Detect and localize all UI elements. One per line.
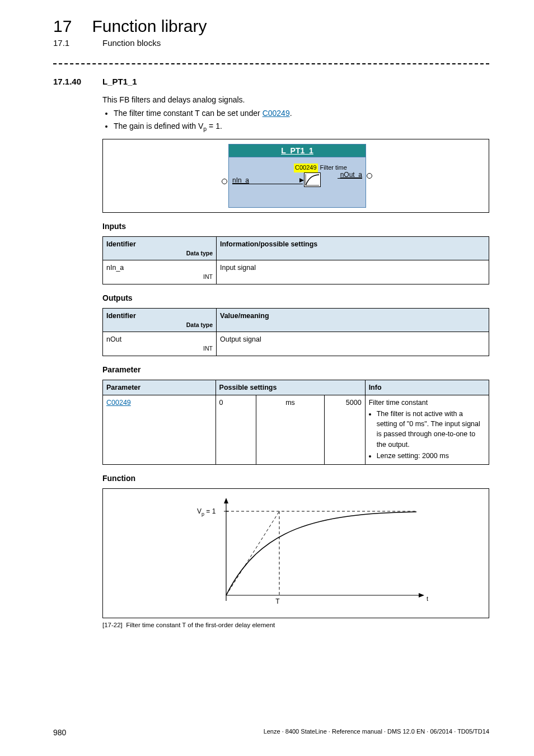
param-col-ps: Possible settings — [216, 380, 365, 395]
inputs-heading: Inputs — [102, 221, 489, 232]
function-block-rect: L_PT1_1 nIn_a C00249 Filter time nOut_a — [228, 144, 366, 208]
section-number: 17.1.40 — [53, 77, 85, 86]
param-info-cell: Filter time constant The filter is not a… — [365, 395, 489, 465]
pt1-graph-icon: Vp = 1 T t — [193, 494, 433, 612]
subchapter-title: Function blocks — [102, 38, 161, 48]
chapter-title: Function library — [92, 17, 207, 36]
param-col-info: Info — [365, 380, 489, 395]
intro-bullet-2: The gain is defined with Vp = 1. — [114, 120, 489, 133]
param-info-title: Filter time constant — [369, 399, 428, 407]
section-header: 17.1.40 L_PT1_1 — [53, 77, 489, 86]
param-info-b2: Lenze setting: 2000 ms — [377, 451, 485, 461]
subchapter-header: 17.1 Function blocks — [53, 38, 489, 48]
footer-text: Lenze · 8400 StateLine · Reference manua… — [264, 728, 489, 737]
svg-text:Vp = 1: Vp = 1 — [197, 507, 216, 517]
output-id: nOut — [106, 335, 121, 343]
intro-list: The filter time constant T can be set un… — [102, 108, 489, 133]
input-dt: INT — [106, 273, 213, 281]
intro-bullet-1: The filter time constant T can be set un… — [114, 108, 489, 119]
outputs-col-info: Value/meaning — [217, 308, 489, 332]
input-id: nIn_a — [106, 264, 124, 272]
fb-output-label: nOut_a — [340, 170, 362, 180]
param-unit: ms — [256, 395, 325, 465]
function-graph: Vp = 1 T t — [102, 488, 489, 618]
fb-param-code: C00249 — [294, 164, 318, 172]
param-min: 0 — [216, 395, 256, 465]
param-max: 5000 — [325, 395, 366, 465]
input-info: Input signal — [217, 260, 489, 284]
parameter-heading: Parameter — [102, 364, 489, 375]
figure-text: Filter time constant T of the first-orde… — [126, 622, 275, 628]
block-diagram: L_PT1_1 nIn_a C00249 Filter time nOut_a — [102, 139, 489, 213]
link-c00249[interactable]: C00249 — [263, 109, 290, 118]
inputs-col-info: Information/possible settings — [217, 236, 489, 260]
subchapter-number: 17.1 — [53, 38, 82, 48]
table-row: C00249 0 ms 5000 Filter time constant Th… — [103, 395, 489, 465]
svg-marker-5 — [419, 593, 424, 598]
figure-caption: [17-22] Filter time constant T of the fi… — [102, 620, 489, 630]
output-port-icon — [367, 173, 372, 179]
output-info: Output signal — [217, 332, 489, 356]
page-number: 980 — [53, 728, 66, 737]
arrow-right-icon — [299, 178, 304, 183]
function-block-title: L_PT1_1 — [229, 144, 366, 157]
fb-param-label: C00249 Filter time — [294, 164, 347, 172]
input-port-icon — [222, 179, 227, 184]
svg-line-8 — [226, 511, 279, 595]
pt1-curve-icon — [304, 172, 321, 187]
fb-input-line-icon — [232, 184, 303, 184]
output-dt: INT — [106, 344, 213, 353]
link-param-c00249[interactable]: C00249 — [106, 399, 131, 407]
parameter-table: Parameter Possible settings Info C00249 … — [102, 380, 489, 465]
param-info-b1: The filter is not active with a setting … — [377, 409, 485, 450]
svg-text:T: T — [275, 598, 280, 605]
function-heading: Function — [102, 473, 489, 484]
section-title: L_PT1_1 — [102, 77, 137, 86]
table-row: nIn_a INT Input signal — [103, 260, 489, 284]
param-col-parameter: Parameter — [103, 380, 216, 395]
page-footer: 980 Lenze · 8400 StateLine · Reference m… — [53, 728, 489, 737]
intro-text: This FB filters and delays analog signal… — [102, 94, 489, 105]
chapter-number: 17 — [53, 17, 72, 36]
outputs-heading: Outputs — [102, 292, 489, 304]
svg-text:t: t — [427, 595, 428, 602]
svg-marker-3 — [224, 498, 228, 503]
inputs-table: Identifier Data type Information/possibl… — [102, 236, 489, 284]
table-row: nOut INT Output signal — [103, 332, 489, 356]
outputs-col-identifier: Identifier Data type — [103, 308, 217, 332]
chapter-header: 17 Function library — [53, 17, 489, 36]
inputs-col-identifier: Identifier Data type — [103, 236, 217, 260]
outputs-table: Identifier Data type Value/meaning nOut … — [102, 308, 489, 356]
divider — [53, 63, 489, 64]
param-code-cell: C00249 — [103, 395, 216, 465]
figure-tag: [17-22] — [102, 622, 123, 628]
